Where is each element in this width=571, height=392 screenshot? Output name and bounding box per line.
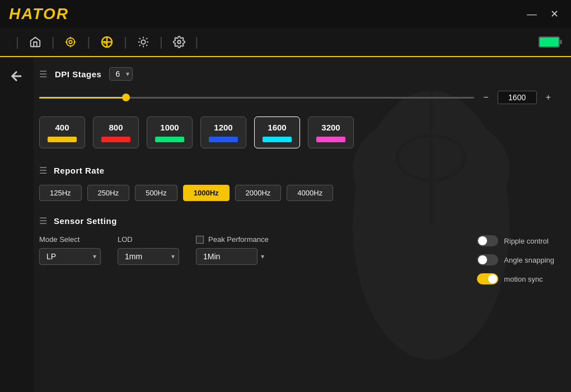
rate-btn-4000hz[interactable]: 4000Hz	[287, 185, 333, 201]
angle-snapping-label: Angle snapping	[504, 256, 554, 264]
app-logo: HATOR	[9, 5, 69, 23]
dpi-value-input[interactable]	[498, 91, 537, 104]
toggles-section: Ripple control Angle snapping motion syn…	[477, 235, 554, 284]
dpi-card-1200[interactable]: 1200	[200, 116, 246, 148]
nav-brightness-icon[interactable]	[132, 32, 155, 52]
svg-point-0	[67, 38, 75, 46]
nav-aim-icon[interactable]	[59, 32, 82, 52]
battery-indicator	[539, 36, 560, 48]
ripple-control-toggle[interactable]	[477, 235, 498, 246]
dpi-card-value-1200: 1200	[214, 123, 232, 132]
peak-timer-select[interactable]: 1Min 2Min 5Min	[196, 248, 258, 265]
sensor-controls-row: Mode Select LP HP Auto LOD 1mm	[39, 235, 269, 265]
content-area: ☰ DPI Stages 6 − +	[34, 57, 571, 392]
nav-sep-5: |	[191, 35, 203, 49]
motion-sync-row: motion sync	[477, 273, 554, 284]
peak-performance-group: Peak Performance 1Min 2Min 5Min	[196, 235, 269, 265]
dpi-slider-container	[39, 92, 474, 103]
mode-select-wrapper: LP HP Auto	[39, 248, 101, 265]
rate-btn-2000hz[interactable]: 2000Hz	[235, 185, 282, 201]
motion-sync-label: motion sync	[504, 275, 542, 283]
rate-btn-125hz[interactable]: 125Hz	[39, 185, 82, 201]
lod-label: LOD	[118, 235, 179, 244]
nav-sep-4: |	[155, 35, 167, 49]
dpi-card-color-3200	[316, 137, 345, 142]
mode-select-group: Mode Select LP HP Auto	[39, 235, 101, 265]
dpi-slider-row: − +	[39, 91, 554, 104]
dpi-section-title: DPI Stages	[55, 69, 101, 79]
angle-snapping-row: Angle snapping	[477, 254, 554, 265]
dpi-card-value-1600: 1600	[268, 123, 286, 132]
title-bar: HATOR — ✕	[0, 0, 571, 28]
dpi-stages-select[interactable]: 6	[109, 67, 133, 81]
dpi-slider-fill	[39, 97, 126, 99]
nav-mouse-icon[interactable]: M	[95, 32, 119, 52]
peak-performance-header: Peak Performance	[196, 235, 269, 244]
sensor-setting-header: ☰ Sensor Setting	[39, 216, 554, 226]
dpi-card-color-1000	[155, 137, 184, 142]
report-rate-title: Report Rate	[54, 166, 105, 175]
svg-point-1	[69, 40, 73, 44]
motion-sync-toggle[interactable]	[477, 273, 498, 284]
dpi-card-color-1600	[263, 137, 292, 142]
dpi-slider-thumb[interactable]	[122, 94, 130, 101]
back-button[interactable]	[6, 65, 28, 91]
sensor-title: Sensor Setting	[54, 216, 117, 226]
close-button[interactable]: ✕	[547, 7, 562, 21]
svg-line-18	[146, 38, 147, 39]
lod-select[interactable]: 1mm 2mm 3mm	[118, 248, 179, 265]
minimize-button[interactable]: —	[523, 7, 540, 21]
report-rate-row: 125Hz 250Hz 500Hz 1000Hz 2000Hz 4000Hz	[39, 185, 554, 201]
dpi-stages-row: 400 800 1000 1200	[39, 116, 554, 148]
peak-timer-wrapper: 1Min 2Min 5Min	[196, 248, 269, 265]
svg-point-19	[177, 40, 181, 44]
nav-sep-2: |	[82, 35, 95, 49]
dpi-card-color-400	[48, 137, 77, 142]
dpi-section-header: ☰ DPI Stages 6	[39, 67, 554, 81]
svg-text:M: M	[104, 40, 108, 45]
rate-btn-500hz[interactable]: 500Hz	[135, 185, 177, 201]
nav-home-icon[interactable]	[24, 32, 47, 52]
dpi-slider-track	[39, 97, 474, 99]
nav-settings-icon[interactable]	[167, 32, 191, 52]
peak-performance-checkbox[interactable]	[196, 236, 204, 244]
nav-bar: | | | M |	[0, 28, 571, 57]
dpi-card-400[interactable]: 400	[39, 116, 85, 148]
peak-performance-label: Peak Performance	[208, 235, 269, 244]
dpi-card-value-1000: 1000	[160, 123, 179, 132]
sensor-bottom-row: Mode Select LP HP Auto LOD 1mm	[39, 235, 554, 284]
ripple-control-row: Ripple control	[477, 235, 554, 246]
svg-line-17	[139, 45, 141, 46]
sensor-menu-icon[interactable]: ☰	[39, 216, 47, 226]
report-rate-menu-icon[interactable]: ☰	[39, 165, 47, 176]
dpi-stages-select-wrapper: 6	[109, 67, 133, 81]
svg-line-15	[139, 38, 141, 39]
rate-btn-1000hz[interactable]: 1000Hz	[183, 185, 230, 201]
sidebar	[0, 57, 34, 392]
dpi-card-color-1200	[209, 137, 238, 142]
dpi-card-1000[interactable]: 1000	[147, 116, 193, 148]
report-rate-header: ☰ Report Rate	[39, 165, 554, 176]
dpi-card-1600[interactable]: 1600	[254, 116, 300, 148]
window-controls: — ✕	[523, 7, 562, 21]
nav-sep-3: |	[119, 35, 132, 49]
mode-select[interactable]: LP HP Auto	[39, 248, 101, 265]
nav-sep-0: |	[11, 35, 24, 49]
dpi-minus-button[interactable]: −	[480, 91, 492, 104]
angle-snapping-toggle[interactable]	[477, 254, 498, 265]
dpi-card-3200[interactable]: 3200	[308, 116, 354, 148]
dpi-plus-button[interactable]: +	[542, 91, 554, 104]
main-content: ☰ DPI Stages 6 − +	[0, 57, 571, 392]
nav-sep-1: |	[47, 35, 59, 49]
svg-line-16	[146, 45, 147, 46]
dpi-card-value-3200: 3200	[321, 123, 340, 132]
dpi-card-value-400: 400	[55, 123, 69, 132]
dpi-card-800[interactable]: 800	[93, 116, 139, 148]
dpi-card-color-800	[101, 137, 130, 142]
dpi-menu-icon[interactable]: ☰	[39, 69, 47, 80]
dpi-card-value-800: 800	[109, 123, 123, 132]
rate-btn-250hz[interactable]: 250Hz	[87, 185, 130, 201]
lod-group: LOD 1mm 2mm 3mm	[118, 235, 179, 265]
svg-point-10	[141, 40, 145, 44]
lod-select-wrapper: 1mm 2mm 3mm	[118, 248, 179, 265]
